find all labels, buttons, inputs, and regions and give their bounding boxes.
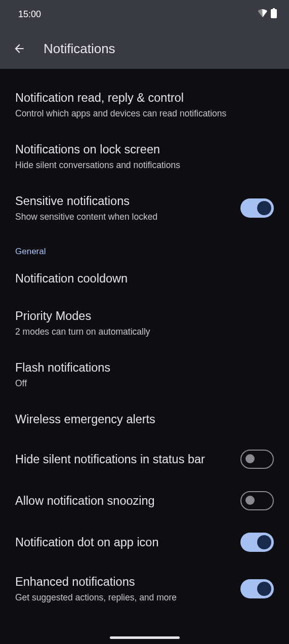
setting-notification-read-reply[interactable]: Notification read, reply & control Contr… bbox=[0, 75, 289, 131]
setting-enhanced-notifications[interactable]: Enhanced notifications Get suggested act… bbox=[0, 563, 289, 615]
wifi-icon bbox=[258, 9, 268, 19]
setting-title: Hide silent notifications in status bar bbox=[15, 452, 232, 467]
toggle-hide-silent-status-bar[interactable] bbox=[240, 450, 274, 469]
setting-subtitle: Hide silent conversations and notificati… bbox=[15, 159, 266, 172]
setting-title: Priority Modes bbox=[15, 308, 266, 324]
nav-home-indicator[interactable] bbox=[110, 636, 180, 639]
setting-subtitle: Off bbox=[15, 378, 266, 390]
toggle-allow-snoozing[interactable] bbox=[240, 491, 274, 510]
setting-title: Flash notifications bbox=[15, 360, 266, 376]
setting-allow-snoozing[interactable]: Allow notification snoozing bbox=[0, 480, 289, 521]
setting-title: Notification read, reply & control bbox=[15, 90, 266, 106]
setting-title: Enhanced notifications bbox=[15, 574, 232, 590]
setting-subtitle: Control which apps and devices can read … bbox=[15, 108, 266, 120]
setting-subtitle: Get suggested actions, replies, and more bbox=[15, 592, 232, 604]
toggle-notification-dot[interactable] bbox=[240, 533, 274, 552]
setting-title: Notification dot on app icon bbox=[15, 535, 232, 550]
setting-text: Enhanced notifications Get suggested act… bbox=[15, 574, 240, 603]
svg-rect-1 bbox=[273, 8, 275, 10]
setting-sensitive-notifications[interactable]: Sensitive notifications Show sensitive c… bbox=[0, 182, 289, 234]
setting-title: Notifications on lock screen bbox=[15, 142, 266, 157]
page-title: Notifications bbox=[44, 41, 115, 57]
setting-text: Notifications on lock screen Hide silent… bbox=[15, 142, 274, 171]
setting-title: Wireless emergency alerts bbox=[15, 412, 266, 427]
svg-rect-0 bbox=[271, 9, 277, 18]
battery-icon bbox=[271, 8, 277, 20]
setting-wireless-emergency-alerts[interactable]: Wireless emergency alerts bbox=[0, 400, 289, 438]
setting-notification-dot[interactable]: Notification dot on app icon bbox=[0, 521, 289, 563]
toggle-enhanced-notifications[interactable] bbox=[240, 579, 274, 598]
app-header: Notifications bbox=[0, 28, 289, 69]
arrow-left-icon bbox=[13, 42, 26, 55]
status-time: 15:00 bbox=[18, 9, 41, 20]
status-bar: 15:00 bbox=[0, 0, 289, 28]
setting-notification-cooldown[interactable]: Notification cooldown bbox=[0, 260, 289, 298]
setting-text: Hide silent notifications in status bar bbox=[15, 452, 240, 467]
toggle-sensitive-notifications[interactable] bbox=[240, 198, 274, 218]
setting-text: Notification dot on app icon bbox=[15, 535, 240, 550]
setting-text: Wireless emergency alerts bbox=[15, 412, 274, 427]
setting-subtitle: 2 modes can turn on automatically bbox=[15, 326, 266, 338]
setting-title: Sensitive notifications bbox=[15, 193, 232, 209]
setting-title: Allow notification snoozing bbox=[15, 493, 232, 509]
settings-content[interactable]: Notification read, reply & control Contr… bbox=[0, 69, 289, 644]
setting-text: Allow notification snoozing bbox=[15, 493, 240, 509]
setting-text: Priority Modes 2 modes can turn on autom… bbox=[15, 308, 274, 338]
status-icons bbox=[258, 8, 277, 20]
section-header-general: General bbox=[0, 234, 289, 260]
setting-text: Sensitive notifications Show sensitive c… bbox=[15, 193, 240, 223]
setting-title: Notification cooldown bbox=[15, 271, 266, 287]
setting-text: Notification read, reply & control Contr… bbox=[15, 90, 274, 119]
setting-hide-silent-status-bar[interactable]: Hide silent notifications in status bar bbox=[0, 438, 289, 480]
back-button[interactable] bbox=[9, 38, 29, 59]
setting-subtitle: Show sensitive content when locked bbox=[15, 211, 232, 223]
setting-text: Flash notifications Off bbox=[15, 360, 274, 389]
setting-flash-notifications[interactable]: Flash notifications Off bbox=[0, 349, 289, 400]
setting-notifications-lock-screen[interactable]: Notifications on lock screen Hide silent… bbox=[0, 131, 289, 182]
setting-text: Notification cooldown bbox=[15, 271, 274, 287]
setting-priority-modes[interactable]: Priority Modes 2 modes can turn on autom… bbox=[0, 297, 289, 349]
